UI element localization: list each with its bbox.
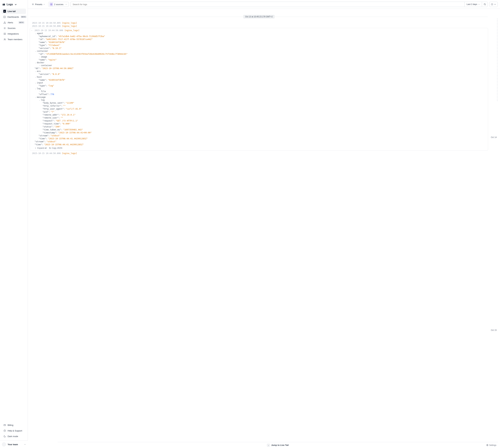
beta-badge: BETA [18,21,24,24]
caret-icon[interactable]: ⌄ [38,99,40,101]
caret-icon[interactable]: ⌄ [34,76,36,78]
log-row[interactable]: 2023-10-15 10:44:50.806 [nginx_logs] [28,24,490,28]
expand-all-button[interactable]: Expand all [34,147,47,149]
history-button[interactable] [489,2,498,7]
sidebar-item-dark-mode[interactable]: Dark mode [2,434,26,439]
clock-icon [491,3,493,5]
help-icon [3,429,6,432]
svg-point-3 [4,34,4,35]
caret-icon[interactable]: ⌄ [34,32,36,34]
sidebar-item-billing[interactable]: Billing [2,422,26,428]
log-row-expanded: ⌄ 2023-10-15 10:44:50.806 [nginx_logs] ⌄… [30,28,488,151]
time-divider: Oct 13 at 10:45:23.178 GMT+2 [30,13,488,20]
log-row-header[interactable]: ⌄ 2023-10-15 10:44:50.806 [nginx_logs] [30,29,488,32]
primary-nav: Live tail Dashboards BETA Alerts BETA So… [2,9,26,42]
brand-label: Logs [7,3,13,6]
caret-icon[interactable]: ⌄ [34,70,36,72]
caret-icon[interactable]: ⌄ [34,50,36,52]
terminal-icon [3,10,6,13]
avatar [2,442,6,446]
collapse-toggle[interactable]: ⌄ [31,29,33,31]
chevron-down-icon [14,3,17,6]
minimap-rail[interactable]: Oct 14 Oct 15 [491,19,498,438]
logs-list: 2023-10-15 10:44:50.805 [nginx_logs] 202… [28,21,490,165]
svg-point-1 [4,33,4,33]
nav-label: Sources [8,27,16,29]
keyboard-key: ↓ [267,444,270,447]
sidebar-item-live-tail[interactable]: Live tail [2,9,26,14]
preset-icon [32,3,34,5]
caret-icon[interactable]: › [38,90,40,92]
svg-point-4 [5,34,6,35]
nav-label: Integrations [8,32,19,35]
svg-point-13 [487,445,488,445]
rail-label: Oct 14 [491,136,497,139]
sidebar-item-help[interactable]: Help & Support [2,428,26,433]
sidebar: Logs Live tail Dashboards BETA Alerts BE… [0,0,28,448]
rail-label: Oct 15 [491,329,497,331]
divider-timestamp: Oct 13 at 10:45:23.178 GMT+2 [243,15,275,18]
beta-badge: BETA [21,16,26,18]
copy-icon [49,147,51,149]
sources-filter[interactable]: 2 sources [48,2,69,7]
log-row[interactable]: 2023-10-15 10:44:50.805 [nginx_logs] [28,21,490,24]
sidebar-item-sources[interactable]: Sources [2,25,26,31]
brand[interactable]: Logs [2,2,26,9]
search-input[interactable] [71,2,465,7]
alert-icon [3,21,6,24]
logo-icon [2,3,5,6]
svg-point-9 [484,3,485,5]
chevron-down-icon [65,3,67,5]
your-team-bar[interactable]: Your team [0,441,28,448]
sidebar-item-integrations[interactable]: Integrations [2,31,26,36]
footer-bar: ↓ Jump to Live Tail Settings [58,442,498,448]
chart-icon [3,16,6,18]
cube-icon [50,2,53,6]
search-icon [484,3,486,5]
nav-label: Billing [8,424,13,426]
nav-label: Help & Support [8,430,22,432]
caret-icon[interactable]: ⌄ [34,96,36,98]
gear-icon [486,444,488,446]
svg-rect-7 [4,424,5,426]
sidebar-item-alerts[interactable]: Alerts BETA [2,20,26,25]
chevron-down-icon [478,3,480,5]
nav-label: Live tail [8,10,16,13]
moon-icon [3,435,6,438]
timerange-picker[interactable]: Last 2 days [465,2,482,7]
chevron-down-icon [43,3,45,5]
nav-label: Team members [8,38,22,41]
caret-icon[interactable]: ⌄ [34,62,36,64]
caret-icon[interactable]: › [38,64,40,66]
sidebar-item-team-members[interactable]: Team members [2,37,26,42]
topbar: Presets 2 sources Last 2 days [28,0,500,9]
caret-icon[interactable]: ⌄ [34,88,36,89]
svg-point-2 [5,33,6,33]
settings-button[interactable]: Settings [486,444,496,446]
nav-label: Dashboards [7,16,19,18]
log-viewer: Oct 13 at 10:45:23.178 GMT+2 Oct 14 Oct … [28,9,500,448]
svg-point-5 [4,39,5,39]
your-team-label: Your team [8,443,18,446]
double-chevron-icon [34,147,36,149]
presets-button[interactable]: Presets [30,2,47,6]
caret-icon[interactable]: ⌄ [34,82,36,84]
svg-point-6 [5,39,5,39]
search-submit[interactable] [482,2,488,7]
search-bar: Last 2 days [70,2,488,7]
stack-icon [3,27,6,29]
copy-json-button[interactable]: Copy JSON [49,147,62,149]
chevron-down-icon [24,444,26,445]
users-icon [3,38,6,41]
nav-label: Alerts [8,21,13,24]
main: Presets 2 sources Last 2 days [28,0,500,448]
sidebar-item-dashboards[interactable]: Dashboards BETA [2,14,26,19]
caret-icon[interactable]: › [38,56,40,58]
jump-to-live-tail[interactable]: ↓ Jump to Live Tail [267,444,288,447]
nav-label: Dark mode [8,435,18,438]
card-icon [3,424,6,426]
grid-icon [3,32,6,35]
log-row[interactable]: 2023-10-15 10:44:50.806 [nginx_logs] [28,152,490,155]
chevron-down-icon [494,3,496,5]
